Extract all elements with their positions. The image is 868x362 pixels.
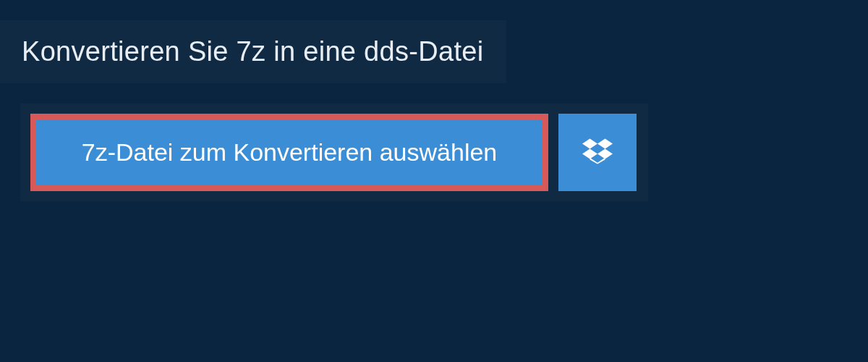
title-bar: Konvertieren Sie 7z in eine dds-Datei — [0, 20, 506, 83]
page-title: Konvertieren Sie 7z in eine dds-Datei — [22, 36, 483, 67]
select-file-label: 7z-Datei zum Konvertieren auswählen — [82, 138, 498, 167]
dropbox-button[interactable] — [558, 114, 637, 191]
select-file-button[interactable]: 7z-Datei zum Konvertieren auswählen — [30, 114, 548, 191]
dropbox-icon — [582, 136, 613, 169]
action-panel: 7z-Datei zum Konvertieren auswählen — [20, 104, 648, 201]
